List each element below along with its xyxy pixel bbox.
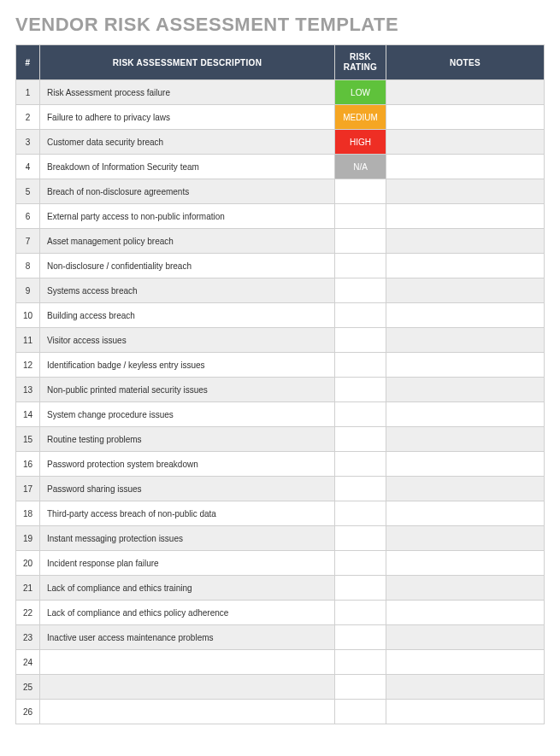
table-body: 1Risk Assessment process failureLOW2Fail…: [16, 80, 545, 724]
cell-rating: [335, 328, 386, 353]
cell-notes: [386, 204, 545, 229]
cell-num: 19: [16, 526, 40, 551]
cell-notes: [386, 278, 545, 303]
table-row: 10Building access breach: [16, 303, 545, 328]
cell-notes: [386, 328, 545, 353]
cell-rating: [335, 675, 386, 700]
table-row: 15Routine testing problems: [16, 427, 545, 452]
cell-notes: [386, 601, 545, 625]
cell-rating: LOW: [335, 80, 386, 105]
cell-rating: [335, 601, 386, 625]
table-row: 4Breakdown of Information Security teamN…: [16, 155, 545, 179]
cell-rating: [335, 303, 386, 328]
risk-assessment-table: # RISK ASSESSMENT DESCRIPTION RISK RATIN…: [15, 44, 545, 724]
cell-num: 13: [16, 378, 40, 402]
table-row: 23Inactive user access maintenance probl…: [16, 625, 545, 650]
cell-rating: [335, 700, 386, 724]
table-row: 24: [16, 650, 545, 675]
cell-num: 16: [16, 452, 40, 477]
cell-notes: [386, 130, 545, 155]
cell-notes: [386, 105, 545, 130]
table-row: 8Non-disclosure / confidentiality breach: [16, 254, 545, 278]
cell-notes: [386, 452, 545, 477]
cell-num: 12: [16, 353, 40, 378]
cell-desc: [40, 675, 335, 700]
cell-rating: [335, 576, 386, 601]
cell-desc: Risk Assessment process failure: [40, 80, 335, 105]
cell-num: 17: [16, 477, 40, 501]
cell-rating: [335, 501, 386, 526]
cell-desc: Lack of compliance and ethics training: [40, 576, 335, 601]
cell-notes: [386, 155, 545, 179]
cell-desc: Incident response plan failure: [40, 551, 335, 576]
cell-desc: Lack of compliance and ethics policy adh…: [40, 601, 335, 625]
cell-notes: [386, 402, 545, 427]
table-row: 20Incident response plan failure: [16, 551, 545, 576]
cell-desc: Non-public printed material security iss…: [40, 378, 335, 402]
cell-desc: Password sharing issues: [40, 477, 335, 501]
cell-notes: [386, 700, 545, 724]
cell-notes: [386, 427, 545, 452]
cell-desc: Identification badge / keyless entry iss…: [40, 353, 335, 378]
cell-rating: N/A: [335, 155, 386, 179]
cell-desc: Non-disclosure / confidentiality breach: [40, 254, 335, 278]
cell-num: 2: [16, 105, 40, 130]
cell-desc: System change procedure issues: [40, 402, 335, 427]
cell-num: 6: [16, 204, 40, 229]
cell-num: 20: [16, 551, 40, 576]
table-row: 3Customer data security breachHIGH: [16, 130, 545, 155]
cell-num: 25: [16, 675, 40, 700]
cell-notes: [386, 551, 545, 576]
cell-num: 24: [16, 650, 40, 675]
cell-desc: Inactive user access maintenance problem…: [40, 625, 335, 650]
cell-notes: [386, 353, 545, 378]
table-row: 13Non-public printed material security i…: [16, 378, 545, 402]
cell-rating: [335, 551, 386, 576]
cell-rating: [335, 650, 386, 675]
cell-num: 14: [16, 402, 40, 427]
header-row: # RISK ASSESSMENT DESCRIPTION RISK RATIN…: [16, 45, 545, 80]
cell-num: 7: [16, 229, 40, 254]
cell-rating: HIGH: [335, 130, 386, 155]
cell-desc: Breakdown of Information Security team: [40, 155, 335, 179]
cell-desc: Routine testing problems: [40, 427, 335, 452]
cell-num: 23: [16, 625, 40, 650]
cell-desc: Password protection system breakdown: [40, 452, 335, 477]
cell-rating: [335, 204, 386, 229]
cell-rating: [335, 278, 386, 303]
cell-rating: [335, 378, 386, 402]
cell-num: 10: [16, 303, 40, 328]
cell-desc: Systems access breach: [40, 278, 335, 303]
cell-rating: [335, 179, 386, 204]
cell-rating: [335, 353, 386, 378]
cell-desc: Building access breach: [40, 303, 335, 328]
cell-rating: MEDIUM: [335, 105, 386, 130]
cell-notes: [386, 501, 545, 526]
cell-notes: [386, 675, 545, 700]
table-row: 21Lack of compliance and ethics training: [16, 576, 545, 601]
cell-notes: [386, 477, 545, 501]
header-rating: RISK RATING: [335, 45, 386, 80]
table-row: 22Lack of compliance and ethics policy a…: [16, 601, 545, 625]
cell-num: 18: [16, 501, 40, 526]
cell-num: 11: [16, 328, 40, 353]
page-title: VENDOR RISK ASSESSMENT TEMPLATE: [15, 14, 545, 36]
table-row: 17Password sharing issues: [16, 477, 545, 501]
cell-desc: Instant messaging protection issues: [40, 526, 335, 551]
table-row: 25: [16, 675, 545, 700]
cell-rating: [335, 229, 386, 254]
cell-rating: [335, 427, 386, 452]
cell-num: 22: [16, 601, 40, 625]
cell-desc: External party access to non-public info…: [40, 204, 335, 229]
cell-rating: [335, 254, 386, 278]
table-row: 12Identification badge / keyless entry i…: [16, 353, 545, 378]
table-row: 11Visitor access issues: [16, 328, 545, 353]
table-row: 26: [16, 700, 545, 724]
cell-desc: Third-party access breach of non-public …: [40, 501, 335, 526]
header-desc: RISK ASSESSMENT DESCRIPTION: [40, 45, 335, 80]
cell-desc: Visitor access issues: [40, 328, 335, 353]
cell-num: 5: [16, 179, 40, 204]
table-row: 6External party access to non-public inf…: [16, 204, 545, 229]
cell-num: 21: [16, 576, 40, 601]
table-row: 1Risk Assessment process failureLOW: [16, 80, 545, 105]
